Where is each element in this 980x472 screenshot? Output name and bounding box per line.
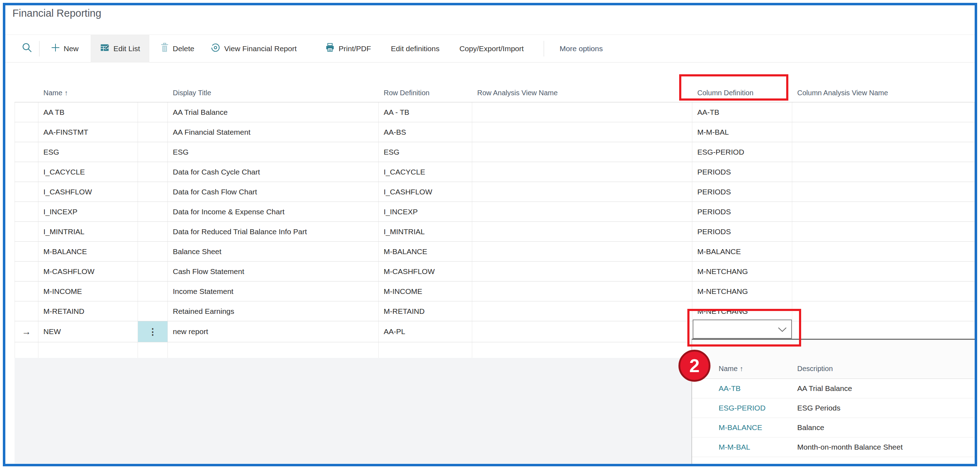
name-cell[interactable]: I_MINTRIAL <box>38 222 138 242</box>
column-analysis-view-name-cell[interactable] <box>792 122 975 142</box>
display-title-cell[interactable]: Data for Cash Flow Chart <box>168 182 379 202</box>
row-analysis-view-name-cell[interactable] <box>472 102 692 122</box>
view-financial-report-button[interactable]: View Financial Report <box>210 35 297 62</box>
dropdown-option[interactable]: ESG-PERIOD ESG Periods <box>692 399 975 418</box>
display-title-cell[interactable]: Balance Sheet <box>168 242 379 261</box>
column-definition-cell[interactable]: PERIODS <box>692 182 792 202</box>
name-cell[interactable]: I_CACYCLE <box>38 162 138 182</box>
row-analysis-view-name-cell[interactable] <box>472 202 692 221</box>
row-selector-cell[interactable] <box>14 281 38 301</box>
display-title-cell[interactable]: Data for Income & Expense Chart <box>168 202 379 221</box>
column-definition-cell[interactable]: AA-TB <box>692 102 792 122</box>
dropdown-option[interactable]: AA-TB AA Trial Balance <box>692 379 975 399</box>
display-title-cell[interactable]: new report <box>168 321 379 342</box>
edit-list-button[interactable]: Edit List <box>91 35 150 62</box>
display-title-cell[interactable]: Data for Cash Cycle Chart <box>168 162 379 182</box>
row-analysis-view-name-cell[interactable] <box>472 182 692 202</box>
option-name[interactable]: M-M-BAL <box>719 443 797 451</box>
column-analysis-view-name-cell[interactable] <box>792 222 975 242</box>
option-name[interactable]: M-BALANCE <box>719 423 797 432</box>
row-definition-cell[interactable]: I_CACYCLE <box>379 162 472 182</box>
row-analysis-view-name-cell[interactable] <box>472 281 692 301</box>
column-definition-cell[interactable]: ESG-PERIOD <box>692 142 792 162</box>
column-definition-cell[interactable]: PERIODS <box>692 162 792 182</box>
dropdown-column-header-description[interactable]: Description <box>797 365 833 373</box>
more-options-button[interactable]: More options <box>560 35 603 62</box>
name-cell[interactable]: M-INCOME <box>38 281 138 301</box>
name-cell[interactable]: M-RETAIND <box>38 301 138 321</box>
name-cell[interactable]: AA-FINSTMT <box>38 122 138 142</box>
column-definition-cell[interactable]: PERIODS <box>692 202 792 221</box>
name-cell[interactable]: AA TB <box>38 102 138 122</box>
name-cell[interactable]: M-CASHFLOW <box>38 262 138 281</box>
print-pdf-button[interactable]: Print/PDF <box>325 35 371 62</box>
name-cell[interactable]: ESG <box>38 142 138 162</box>
row-analysis-view-name-cell[interactable] <box>472 242 692 261</box>
row-selector-cell[interactable]: → <box>14 321 38 342</box>
row-definition-cell[interactable]: M-RETAIND <box>379 301 472 321</box>
column-header-row-definition[interactable]: Row Definition <box>379 89 472 102</box>
display-title-cell[interactable]: AA Financial Statement <box>168 122 379 142</box>
display-title-cell[interactable]: Cash Flow Statement <box>168 262 379 281</box>
row-definition-cell[interactable]: M-INCOME <box>379 281 472 301</box>
column-definition-cell[interactable]: M-NETCHANG <box>692 281 792 301</box>
row-options-cell[interactable] <box>138 142 168 162</box>
row-analysis-view-name-cell[interactable] <box>472 142 692 162</box>
copy-export-import-button[interactable]: Copy/Export/Import <box>460 35 524 62</box>
row-definition-cell[interactable]: ESG <box>379 142 472 162</box>
row-options-cell[interactable] <box>138 222 168 242</box>
row-selector-cell[interactable] <box>14 262 38 281</box>
row-selector-cell[interactable] <box>14 242 38 261</box>
dropdown-option[interactable]: M-BALANCE Balance <box>692 418 975 437</box>
row-options-cell[interactable] <box>138 301 168 321</box>
column-analysis-view-name-cell[interactable] <box>792 182 975 202</box>
row-analysis-view-name-cell[interactable] <box>472 301 692 321</box>
row-selector-cell[interactable] <box>14 162 38 182</box>
row-definition-cell[interactable]: I_CASHFLOW <box>379 182 472 202</box>
delete-button[interactable]: Delete <box>160 35 194 62</box>
column-header-name[interactable]: Name ↑ <box>38 89 138 102</box>
row-analysis-view-name-cell[interactable] <box>472 262 692 281</box>
row-options-cell[interactable] <box>138 242 168 261</box>
display-title-cell[interactable]: AA Trial Balance <box>168 102 379 122</box>
row-selector-cell[interactable] <box>14 142 38 162</box>
row-selector-cell[interactable] <box>14 301 38 321</box>
column-header-display-title[interactable]: Display Title <box>168 89 379 102</box>
name-cell[interactable]: NEW <box>38 321 138 342</box>
display-title-cell[interactable]: Retained Earnings <box>168 301 379 321</box>
column-definition-cell[interactable]: PERIODS <box>692 222 792 242</box>
name-cell[interactable]: I_INCEXP <box>38 202 138 221</box>
display-title-cell[interactable]: Data for Reduced Trial Balance Info Part <box>168 222 379 242</box>
row-analysis-view-name-cell[interactable] <box>472 222 692 242</box>
column-analysis-view-name-cell[interactable] <box>792 301 975 321</box>
column-analysis-view-name-cell[interactable] <box>792 142 975 162</box>
row-definition-cell[interactable]: AA-PL <box>379 321 472 342</box>
row-analysis-view-name-cell[interactable] <box>472 122 692 142</box>
column-analysis-view-name-cell[interactable] <box>792 202 975 221</box>
row-options-cell[interactable] <box>138 122 168 142</box>
column-definition-cell[interactable]: M-M-BAL <box>692 122 792 142</box>
row-options-cell[interactable] <box>138 182 168 202</box>
dropdown-column-header-name[interactable]: Name ↑ <box>719 365 797 373</box>
dropdown-option[interactable]: M-NETCHANG Net Change <box>692 457 975 464</box>
row-analysis-view-name-cell[interactable] <box>472 321 692 342</box>
row-definition-cell[interactable]: AA-BS <box>379 122 472 142</box>
row-definition-cell[interactable]: M-CASHFLOW <box>379 262 472 281</box>
row-selector-cell[interactable] <box>14 202 38 221</box>
row-options-cell-selected[interactable]: ⋮ <box>138 321 168 342</box>
row-definition-cell[interactable]: AA - TB <box>379 102 472 122</box>
column-analysis-view-name-cell[interactable] <box>792 262 975 281</box>
row-definition-cell[interactable]: I_MINTRIAL <box>379 222 472 242</box>
row-definition-cell[interactable]: I_INCEXP <box>379 202 472 221</box>
row-definition-cell[interactable]: M-BALANCE <box>379 242 472 261</box>
column-definition-cell[interactable]: M-BALANCE <box>692 242 792 261</box>
row-selector-cell[interactable] <box>14 102 38 122</box>
name-cell[interactable]: M-BALANCE <box>38 242 138 261</box>
display-title-cell[interactable]: ESG <box>168 142 379 162</box>
edit-definitions-button[interactable]: Edit definitions <box>391 35 439 62</box>
column-header-row-analysis-view-name[interactable]: Row Analysis View Name <box>472 89 692 102</box>
option-name[interactable]: AA-TB <box>719 384 797 393</box>
row-options-cell[interactable] <box>138 202 168 221</box>
option-name[interactable]: M-NETCHANG <box>719 462 797 464</box>
column-definition-cell[interactable]: M-NETCHANG <box>692 262 792 281</box>
